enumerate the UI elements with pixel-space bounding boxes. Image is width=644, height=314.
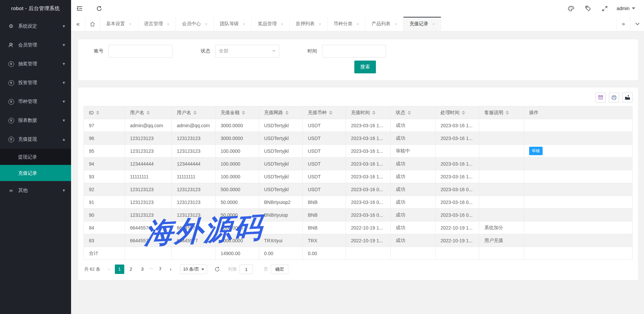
- table-cell: BNB: [303, 209, 346, 221]
- sort-asc-icon[interactable]: [242, 111, 245, 112]
- sort-icon[interactable]: [462, 111, 465, 115]
- table-cell: 2022-10-19 1...: [436, 221, 479, 234]
- tab-close-icon[interactable]: ×: [281, 22, 283, 27]
- sort-asc-icon[interactable]: [193, 111, 197, 112]
- sidebar-subitem-充值记录[interactable]: 充值记录: [0, 165, 71, 181]
- tab-基本设置[interactable]: 基本设置×: [100, 17, 138, 31]
- tabs-scroll-left-icon[interactable]: «: [71, 17, 85, 31]
- column-header-客服说明[interactable]: 客服说明: [479, 106, 524, 119]
- sort-icon[interactable]: [96, 111, 99, 115]
- review-button[interactable]: 审核: [529, 147, 543, 155]
- goto-confirm-button[interactable]: 确定: [271, 265, 288, 274]
- goto-page-input[interactable]: [239, 265, 253, 274]
- column-label: 客服说明: [484, 110, 503, 116]
- column-header-用户名[interactable]: 用户名: [172, 106, 216, 119]
- refresh-icon[interactable]: [91, 0, 107, 17]
- tab-奖品管理[interactable]: 奖品管理×: [252, 17, 290, 31]
- sort-asc-icon[interactable]: [372, 111, 376, 112]
- sidebar-item-6[interactable]: ¥报表数据▼: [0, 111, 71, 130]
- page-button-2[interactable]: 2: [126, 265, 136, 274]
- sort-desc-icon[interactable]: [193, 113, 197, 115]
- export-icon[interactable]: [622, 93, 633, 103]
- tab-币种分类[interactable]: 币种分类×: [328, 17, 366, 31]
- sort-desc-icon[interactable]: [285, 113, 289, 115]
- column-header-ID[interactable]: ID: [84, 106, 125, 119]
- table-cell: [259, 221, 303, 234]
- tab-语言管理[interactable]: 语言管理×: [138, 17, 176, 31]
- sort-asc-icon[interactable]: [506, 111, 509, 112]
- time-input[interactable]: [322, 45, 386, 58]
- column-header-充值网路[interactable]: 充值网路: [259, 106, 303, 119]
- fullscreen-icon[interactable]: [597, 0, 613, 17]
- page-button-7[interactable]: 7: [156, 265, 165, 274]
- collapse-sidebar-icon[interactable]: [71, 0, 88, 17]
- tabs-menu-icon[interactable]: [630, 17, 644, 31]
- sort-asc-icon[interactable]: [285, 111, 289, 112]
- sort-asc-icon[interactable]: [329, 111, 332, 112]
- user-menu[interactable]: admin: [613, 0, 644, 17]
- sidebar-subitem-提现记录[interactable]: 提现记录: [0, 149, 71, 165]
- page-size-select[interactable]: 10 条/页: [180, 265, 207, 274]
- column-header-用户名[interactable]: 用户名: [125, 106, 172, 119]
- tab-团队等级[interactable]: 团队等级×: [214, 17, 252, 31]
- columns-filter-icon[interactable]: [595, 93, 606, 103]
- column-header-充值时间[interactable]: 充值时间: [346, 106, 391, 119]
- next-page-icon[interactable]: ›: [166, 265, 175, 274]
- sort-icon[interactable]: [372, 111, 376, 115]
- sort-icon[interactable]: [242, 111, 245, 115]
- tab-充值记录[interactable]: 充值记录×: [404, 17, 442, 31]
- column-header-状态[interactable]: 状态: [391, 106, 436, 119]
- column-header-充值金额[interactable]: 充值金额: [216, 106, 259, 119]
- palette-icon[interactable]: [563, 0, 580, 17]
- sidebar-item-5[interactable]: ¥币种管理▼: [0, 92, 71, 111]
- sort-desc-icon[interactable]: [242, 113, 245, 115]
- page-button-1[interactable]: 1: [115, 265, 124, 274]
- sidebar-item-8[interactable]: ∞其他▼: [0, 181, 71, 200]
- tab-close-icon[interactable]: ×: [243, 22, 246, 27]
- status-select[interactable]: 全部: [215, 45, 279, 58]
- prev-page-icon[interactable]: ‹: [104, 265, 114, 274]
- search-button[interactable]: 搜索: [354, 61, 376, 73]
- sidebar-item-7[interactable]: ¥充值提现▲: [0, 130, 71, 149]
- tab-产品列表[interactable]: 产品列表×: [365, 17, 404, 31]
- account-input[interactable]: [108, 45, 172, 58]
- sort-icon[interactable]: [147, 111, 150, 115]
- sort-asc-icon[interactable]: [462, 111, 465, 112]
- sort-desc-icon[interactable]: [147, 113, 150, 115]
- sort-icon[interactable]: [408, 111, 411, 115]
- sidebar-item-4[interactable]: ¥投资管理▼: [0, 73, 71, 92]
- tab-close-icon[interactable]: ×: [167, 22, 170, 27]
- tab-close-icon[interactable]: ×: [357, 22, 359, 27]
- tag-icon[interactable]: [580, 0, 597, 17]
- sort-icon[interactable]: [506, 111, 509, 115]
- tab-home[interactable]: [85, 17, 100, 31]
- tab-close-icon[interactable]: ×: [394, 22, 397, 27]
- sort-asc-icon[interactable]: [96, 111, 99, 112]
- sort-icon[interactable]: [285, 111, 289, 115]
- sort-icon[interactable]: [193, 111, 197, 115]
- column-header-处理时间[interactable]: 处理时间: [436, 106, 479, 119]
- sort-icon[interactable]: [329, 111, 332, 115]
- pagination-refresh-icon[interactable]: [215, 267, 220, 272]
- print-icon[interactable]: [609, 93, 619, 103]
- sort-asc-icon[interactable]: [147, 111, 150, 112]
- tab-close-icon[interactable]: ×: [205, 22, 207, 27]
- sort-desc-icon[interactable]: [372, 113, 376, 115]
- sort-desc-icon[interactable]: [506, 113, 509, 115]
- sort-desc-icon[interactable]: [329, 113, 332, 115]
- sort-desc-icon[interactable]: [408, 113, 411, 115]
- tab-会员中心[interactable]: 会员中心×: [176, 17, 214, 31]
- sidebar-item-3[interactable]: ¥抽奖管理▼: [0, 55, 71, 73]
- page-button-3[interactable]: 3: [138, 265, 147, 274]
- tab-质押列表[interactable]: 质押列表×: [290, 17, 328, 31]
- tab-close-icon[interactable]: ×: [129, 22, 132, 27]
- sort-desc-icon[interactable]: [462, 113, 465, 115]
- tabs-scroll-right-icon[interactable]: »: [616, 17, 630, 31]
- tab-close-icon[interactable]: ×: [432, 22, 435, 27]
- sort-asc-icon[interactable]: [408, 111, 411, 112]
- sidebar-item-2[interactable]: 会员管理▼: [0, 36, 71, 55]
- sort-desc-icon[interactable]: [96, 113, 99, 115]
- tab-close-icon[interactable]: ×: [319, 22, 321, 27]
- column-header-充值币种[interactable]: 充值币种: [303, 106, 346, 119]
- sidebar-item-1[interactable]: ⚙系统设定▼: [0, 17, 71, 36]
